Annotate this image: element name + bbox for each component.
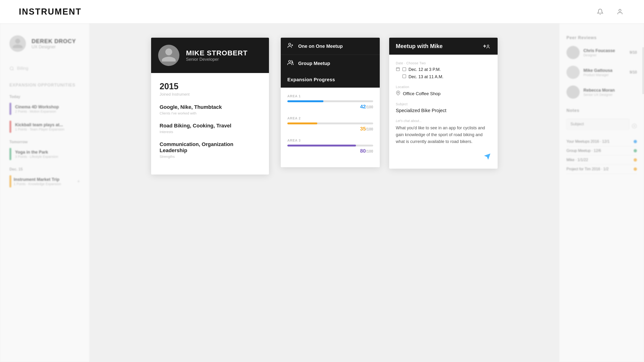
notification-icon[interactable] [595, 6, 605, 17]
note-title-3: Mike · 1/1/22 [566, 158, 588, 162]
event-sub: 3 Points · Lifestyle Expansion [15, 155, 58, 158]
one-on-one-label: One on One Meetup [298, 43, 343, 49]
area2-label: AREA 2 [287, 116, 373, 120]
notes-add-icon [632, 123, 637, 129]
send-icon [484, 153, 491, 162]
note-item-1: Your Meetups 2016 · 12/1 [566, 137, 637, 146]
area1-fill [287, 100, 324, 102]
subsection-dec15: Dec. 15 [10, 167, 80, 171]
event-name: Kickball team plays at... [15, 122, 64, 127]
add-event-icon[interactable]: + [77, 179, 80, 184]
logo: INSTRUMENT [19, 7, 82, 17]
svg-point-0 [619, 9, 621, 11]
progress-header: Expansion Progress [281, 72, 380, 88]
user-name: DEREK DROCY [32, 38, 76, 44]
note-dot-1 [634, 140, 637, 143]
svg-point-1 [10, 67, 13, 70]
event-name: Yoga in the Park [15, 150, 58, 155]
peer-name-2: Mike Gattousa [584, 68, 612, 73]
profile-avatar [158, 45, 180, 66]
peer-role-2: Product Manager [584, 73, 612, 77]
add-participant-icon[interactable]: + [483, 43, 491, 49]
profile-card: MIKE STROBERT Senior Developer 2015 Join… [151, 38, 269, 175]
profile-clients-label: Clients I've worked with [160, 111, 260, 115]
plus-group-icon [287, 60, 294, 67]
send-button[interactable] [396, 150, 491, 162]
location-label: Location [396, 85, 491, 89]
profile-card-body: 2015 Joined Instrument Google, Nike, Thu… [151, 73, 269, 175]
profile-card-header: MIKE STROBERT Senior Developer [151, 38, 269, 73]
plus-person-icon [287, 42, 294, 50]
peer-score-2: 9/10 [630, 70, 637, 74]
user-icon[interactable] [615, 6, 625, 17]
note-item-3: Mike · 1/1/22 [566, 155, 637, 165]
date-item-2: Dec. 13 at 11 A.M. [396, 74, 491, 79]
meetup-detail-header: Meetup with Mike + [389, 38, 498, 55]
area3-score-value: 80 [360, 148, 366, 154]
meetup-detail-body: Date · Choose Two [389, 55, 498, 169]
peer-section-title: Peer Reviews [566, 35, 637, 40]
profile-interests-value: Road Biking, Cooking, Travel [160, 123, 260, 129]
profile-year-label: Joined Instrument [160, 92, 260, 97]
topbar: INSTRUMENT [0, 0, 644, 23]
svg-point-8 [487, 45, 489, 46]
profile-strengths-value: Communication, Organization Leadership [160, 141, 260, 154]
location-row: Office Coffee Shop [396, 91, 491, 97]
area1-score-value: 42 [360, 104, 366, 109]
profile-clients-section: Google, Nike, Thumbtack Clients I've wor… [160, 104, 260, 115]
profile-year-section: 2015 Joined Instrument [160, 81, 260, 97]
one-on-one-button[interactable]: One on One Meetup [281, 38, 380, 55]
profile-strengths-label: Strengths [160, 154, 260, 158]
area1-track [287, 100, 373, 102]
area3-label: AREA 3 [287, 138, 373, 142]
notes-input[interactable] [566, 119, 630, 130]
area3-fill [287, 145, 356, 146]
note-item-2: Group Meetup · 12/6 [566, 146, 637, 155]
area3-track [287, 145, 373, 146]
group-meetup-button[interactable]: Group Meetup [281, 55, 380, 72]
area2-score-value: 35 [360, 126, 366, 132]
event-bar [10, 103, 11, 115]
user-profile: DEREK DROCY UX Designer [10, 35, 80, 52]
date-value-1: Dec. 12 at 3 P.M. [408, 67, 441, 72]
note-dot-3 [634, 158, 637, 162]
event-sub: 1 Points · Team Player Expansion [15, 127, 64, 131]
progress-body: AREA 1 42/100 AREA 2 [281, 88, 380, 167]
center-content: MIKE STROBERT Senior Developer 2015 Join… [90, 23, 559, 362]
event-sub: 2 Points · Motion Expansion [15, 109, 59, 113]
date-section: Date · Choose Two [396, 61, 491, 79]
location-value: Office Coffee Shop [403, 91, 440, 96]
peer-score-1: 9/10 [630, 50, 637, 55]
checkbox-2 [402, 74, 406, 79]
avatar [10, 35, 26, 52]
date-item-1: Dec. 12 at 3 P.M. [396, 67, 491, 72]
peer-role-3: Senior UX Designer [584, 93, 615, 97]
area1-score: 42/100 [287, 104, 373, 110]
chat-label: Let's chat about... [396, 119, 491, 123]
event-sub: 1 Points · Knowledge Expansion [14, 182, 61, 186]
group-meetup-label: Group Meetup [298, 61, 330, 66]
list-item: Yoga in the Park 3 Points · Lifestyle Ex… [10, 148, 80, 160]
topbar-icons [595, 6, 625, 17]
subject-section: Subject Specialized Bike Project [396, 102, 491, 113]
area1-score-denom: /100 [366, 105, 373, 109]
user-role: UX Designer [32, 44, 76, 49]
event-bar [10, 121, 11, 133]
profile-strengths-section: Communication, Organization Leadership S… [160, 141, 260, 158]
section-title: Expansion Opportunities [10, 83, 80, 88]
profile-name: MIKE STROBERT [186, 49, 248, 57]
checkbox-1 [402, 67, 406, 72]
area3-score: 80/100 [287, 148, 373, 154]
left-sidebar: DEREK DROCY UX Designer Billing Expansio… [0, 23, 90, 362]
note-item-4: Project for Tim 2016 · 1/2 [566, 165, 637, 174]
search-bar[interactable]: Billing [10, 66, 80, 71]
area1-label: AREA 1 [287, 94, 373, 98]
note-dot-2 [634, 149, 637, 152]
progress-area-2: AREA 2 35/100 [287, 116, 373, 132]
svg-point-5 [288, 60, 291, 62]
pin-icon [396, 91, 400, 97]
peer-name-1: Chris Foucasse [584, 48, 615, 53]
right-sidebar: Peer Reviews Chris Foucasse Designer 9/1… [559, 23, 644, 362]
svg-rect-9 [396, 68, 400, 71]
notes-section: Notes Your Meetups 2016 · 12/1 Group Mee… [566, 108, 637, 174]
